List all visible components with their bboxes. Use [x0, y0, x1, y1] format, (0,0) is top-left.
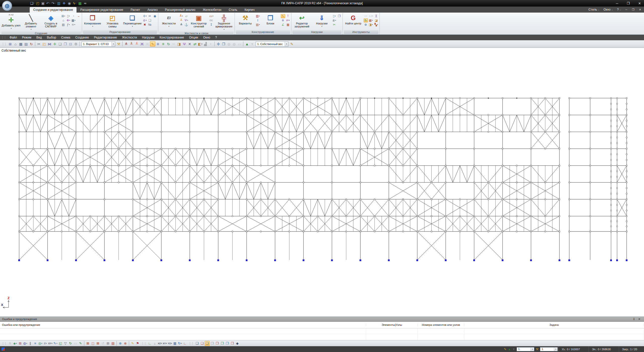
anchor-icon[interactable]: ⚓ — [184, 23, 188, 27]
nodes-show-icon[interactable]: ◈▾ — [13, 341, 18, 346]
zoom-off-icon[interactable]: ⊗ — [123, 341, 128, 346]
cube-persp-icon[interactable]: ❑ — [205, 341, 210, 346]
cylinder-h-icon[interactable]: ≡ — [33, 341, 38, 346]
archive-icon[interactable]: ▥ — [56, 1, 61, 6]
tools-icon[interactable]: ⚙ — [73, 41, 79, 47]
storey-generator-icon[interactable]: ▤ — [61, 23, 65, 27]
find-node-icon[interactable]: ⊕ — [364, 23, 368, 27]
menu-item-Редактирование[interactable]: Редактирование — [91, 36, 119, 39]
loads-strip-icon[interactable]: ╨ — [129, 41, 134, 47]
net-select-icon[interactable]: ⋈ — [47, 41, 52, 47]
model-view-canvas[interactable]: Собственный вес ZX — [0, 48, 644, 317]
plane-icon[interactable]: ▦ — [172, 341, 177, 346]
rotate-copy-icon[interactable]: ↻ — [29, 41, 34, 47]
tab-4[interactable]: Расширенный анализ — [161, 7, 199, 13]
tab-1[interactable]: Расширенное редактирование — [77, 7, 127, 13]
mesh-panel-icon[interactable]: ▩ — [18, 41, 23, 47]
dropdown-arrow-icon[interactable]: ▾ — [111, 42, 115, 46]
quick-run-icon[interactable]: ϟ▾ — [72, 1, 77, 6]
cube-green-icon[interactable]: ❒ — [220, 341, 225, 346]
column-task[interactable]: Задача — [464, 323, 644, 326]
menu-item-Нагрузки[interactable]: Нагрузки — [139, 36, 157, 39]
frame-generator-icon[interactable]: ⊞▾ — [61, 14, 65, 18]
pack-icon[interactable]: ◰ — [42, 41, 47, 47]
child-minimize-button[interactable]: ─ — [624, 8, 629, 11]
frame2-icon[interactable]: ◫ — [90, 341, 95, 346]
edit-block-icon[interactable]: ✎ — [281, 14, 285, 18]
stiffness-button[interactable]: EIЖесткости▾ — [159, 14, 178, 28]
spin-view-icon[interactable]: ↻▾ — [177, 341, 182, 346]
pencil-yellow-icon[interactable]: ✎ — [130, 341, 135, 346]
dashed-generator-icon[interactable]: ≋▾ — [71, 23, 75, 27]
style-menu[interactable]: Стиль ⌄ — [587, 8, 601, 11]
mosaic-icon[interactable]: ▦▾ — [369, 18, 373, 22]
green-star-icon[interactable]: ✳ — [161, 41, 166, 47]
import-icon[interactable]: ❖ — [61, 1, 67, 6]
steel-design-icon[interactable]: I — [256, 18, 260, 22]
column-numbers[interactable]: Номера элементов или узлов — [418, 323, 464, 326]
edit-mode-icon[interactable]: ✎ — [150, 41, 155, 47]
nodes-cross-icon[interactable]: ✕ — [187, 41, 192, 47]
cube-red2-icon[interactable]: ❒ — [230, 341, 235, 346]
mosaic3-icon[interactable]: ▚▾ — [374, 23, 378, 27]
angle-block-icon[interactable]: ∠ — [281, 23, 285, 27]
renumber-icon[interactable]: № — [148, 23, 152, 27]
customize-toolbar-icon[interactable]: ≂ — [83, 1, 88, 6]
brush-icon[interactable]: ✎ — [78, 341, 83, 346]
rotate-green-icon[interactable]: ↻ — [166, 41, 171, 47]
dome-icon[interactable]: ◔ — [71, 14, 75, 18]
column-error[interactable]: Ошибка или предупреждение — [0, 323, 366, 326]
snapshot-icon[interactable]: ◉ — [67, 1, 72, 6]
pack-scheme-button[interactable]: ◰Упаковка схемы — [103, 14, 122, 28]
copy1-icon[interactable]: ❏ — [57, 41, 63, 47]
section-builder-button[interactable]: ▣Конструктор сечений — [189, 14, 208, 28]
tab-0[interactable]: Создание и редактирование — [30, 7, 77, 13]
dropdown-arrow-icon[interactable]: ▾ — [531, 347, 534, 351]
palette-icon[interactable]: ◨ — [176, 41, 182, 47]
cc-icon[interactable]: CC — [209, 18, 213, 22]
plate-stiffness-icon[interactable]: ▱ — [184, 14, 188, 18]
cube-red-icon[interactable]: ❒ — [215, 341, 220, 346]
rotate-b-icon[interactable]: ↻ — [68, 341, 73, 346]
status-variant-combo[interactable]: 1.▾ — [540, 347, 558, 351]
c-mosaic-icon[interactable]: ◨▾ — [369, 23, 373, 27]
copy2-icon[interactable]: ❐ — [63, 41, 68, 47]
copy3-icon[interactable]: ⊡ — [68, 41, 73, 47]
save-icon[interactable]: ▣ — [40, 1, 46, 6]
cube-top-icon[interactable]: ❑ — [200, 341, 205, 346]
menu-item-?[interactable]: ? — [213, 36, 219, 39]
menu-item-Схема[interactable]: Схема — [59, 36, 73, 39]
axis-red-icon[interactable]: ∟ — [182, 341, 187, 346]
find-center-button[interactable]: GНайти центр — [344, 14, 363, 25]
hammer-icon[interactable]: ⚒ — [116, 41, 121, 47]
rows-icon[interactable]: ▤ — [110, 341, 116, 346]
auto-rotate-icon[interactable]: ↻ — [364, 18, 368, 22]
copy-button[interactable]: ❐Копирование▾ — [83, 14, 102, 28]
menu-item-Вид[interactable]: Вид — [34, 36, 45, 39]
supports-row-icon[interactable]: ╨▾ — [179, 14, 183, 18]
assign-icon[interactable]: ※ — [155, 41, 161, 47]
distributed-load-icon[interactable]: ⇊▾ — [332, 18, 336, 22]
close-button[interactable]: ✕ — [637, 2, 642, 5]
tab-5[interactable]: Железобетон — [199, 7, 225, 13]
copy-properties-icon[interactable]: ❏ — [148, 18, 152, 22]
cube-iso-icon[interactable]: ❑ — [195, 341, 200, 346]
menu-item-Создание[interactable]: Создание — [73, 36, 91, 39]
truss-generator-icon[interactable]: ⌂ — [61, 18, 65, 22]
support-icon[interactable]: ≜ — [124, 41, 129, 47]
loads-strip2-icon[interactable]: ╨ — [134, 41, 139, 47]
loadcase-up-icon[interactable]: ▲ — [244, 41, 250, 47]
arrows-icon[interactable]: ⇄ — [192, 41, 198, 47]
hinge-icon[interactable]: Ψ▾ — [184, 18, 188, 22]
status-hammer-icon[interactable]: ⚒ — [535, 347, 539, 351]
status-up-icon[interactable]: ▲ — [507, 347, 512, 351]
sphere-icon[interactable]: ◎▾ — [38, 341, 43, 346]
add-node-button[interactable]: X,Y,Z✛Добавить узел▾ — [2, 14, 21, 30]
shell-icon[interactable]: ◍▾ — [23, 341, 28, 346]
fan-icon[interactable]: ✣ — [216, 41, 221, 47]
supports-row2-icon[interactable]: ╨ — [179, 18, 183, 22]
tank-load-icon[interactable]: ▯▾ — [332, 14, 336, 18]
blocks-button[interactable]: ❒Блоки — [261, 14, 280, 25]
fxy-icon[interactable]: ƒ▾ — [66, 23, 70, 27]
open-file-icon[interactable]: ◰ — [35, 1, 40, 6]
